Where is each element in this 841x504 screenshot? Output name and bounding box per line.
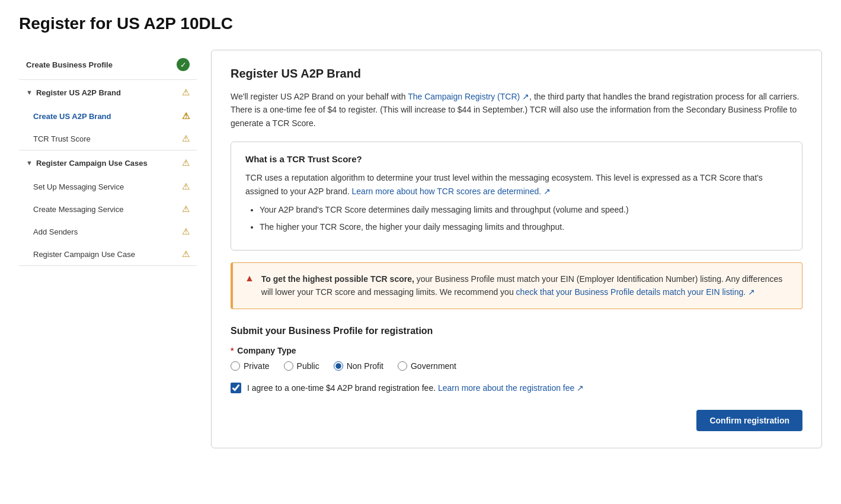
- create-us-a2p-brand-link[interactable]: Create US A2P Brand: [33, 112, 111, 121]
- sidebar-item-create-messaging[interactable]: Create Messaging Service ⚠: [19, 198, 197, 220]
- sidebar: Create Business Profile ✓ ▼ Register US …: [19, 50, 197, 266]
- tcr-box-bullets: Your A2P brand's TCR Score determines da…: [245, 204, 788, 233]
- warn-icon-brand-item-1: ⚠: [182, 133, 190, 144]
- warn-icon-brand: ⚠: [182, 87, 190, 98]
- sidebar-section-brand: ▼ Register US A2P Brand ⚠ Create US A2P …: [19, 80, 197, 150]
- tcr-learn-more-link[interactable]: Learn more about how TCR scores are dete…: [352, 187, 551, 196]
- radio-option-private[interactable]: Private: [231, 361, 270, 371]
- setup-messaging-label: Set Up Messaging Service: [33, 182, 124, 191]
- tcr-bullet-2: The higher your TCR Score, the higher yo…: [260, 221, 788, 233]
- tcr-box-description: TCR uses a reputation algorithm to deter…: [245, 171, 788, 198]
- intro-text: We'll register US A2P Brand on your beha…: [231, 90, 802, 130]
- tcr-link[interactable]: The Campaign Registry (TCR) ↗: [408, 92, 529, 101]
- warn-icon-create-messaging: ⚠: [182, 204, 190, 214]
- ein-link[interactable]: check that your Business Profile details…: [516, 287, 755, 297]
- sidebar-item-register-campaign[interactable]: Register Campaign Use Case ⚠: [19, 243, 197, 265]
- warning-text: To get the highest possible TCR score, y…: [261, 272, 790, 299]
- check-complete-icon: ✓: [177, 58, 190, 71]
- radio-private-label: Private: [244, 361, 270, 371]
- add-senders-label: Add Senders: [33, 227, 78, 236]
- radio-option-public[interactable]: Public: [284, 361, 319, 371]
- sidebar-group-brand-label: Register US A2P Brand: [36, 88, 121, 97]
- sidebar-item-add-senders[interactable]: Add Senders ⚠: [19, 220, 197, 243]
- registration-fee-checkbox[interactable]: [231, 383, 241, 393]
- warn-icon-register-campaign: ⚠: [182, 249, 190, 259]
- warning-bold-text: To get the highest possible TCR score,: [261, 274, 414, 284]
- radio-nonprofit-label: Non Profit: [347, 361, 383, 371]
- radio-government-label: Government: [411, 361, 456, 371]
- main-content-area: Register US A2P Brand We'll register US …: [211, 50, 822, 448]
- sidebar-item-create-us-a2p-brand[interactable]: Create US A2P Brand ⚠: [19, 105, 197, 127]
- register-campaign-label: Register Campaign Use Case: [33, 250, 135, 259]
- required-star: *: [231, 346, 234, 355]
- sidebar-item-create-business-profile[interactable]: Create Business Profile ✓: [19, 50, 197, 79]
- sidebar-section-business-profile: Create Business Profile ✓: [19, 50, 197, 80]
- page-title: Register for US A2P 10DLC: [19, 14, 822, 33]
- tcr-trust-score-label: TCR Trust Score: [33, 134, 91, 143]
- registration-fee-checkbox-row: I agree to a one-time $4 A2P brand regis…: [231, 383, 802, 393]
- sidebar-item-tcr-trust-score[interactable]: TCR Trust Score ⚠: [19, 127, 197, 150]
- chevron-down-icon-campaign: ▼: [26, 159, 33, 166]
- radio-public[interactable]: [284, 361, 293, 371]
- radio-government[interactable]: [398, 361, 407, 371]
- warn-icon-campaign: ⚠: [182, 158, 190, 168]
- registration-fee-link[interactable]: Learn more about the registration fee ↗: [438, 383, 584, 393]
- radio-nonprofit[interactable]: [334, 361, 343, 371]
- tcr-bullet-1: Your A2P brand's TCR Score determines da…: [260, 204, 788, 216]
- sidebar-group-campaign-label: Register Campaign Use Cases: [36, 159, 148, 168]
- tcr-box-title: What is a TCR Trust Score?: [245, 154, 788, 164]
- button-row: Confirm registration: [231, 410, 802, 431]
- warn-icon-brand-item-0: ⚠: [182, 111, 190, 121]
- radio-private[interactable]: [231, 361, 240, 371]
- sidebar-section-campaign: ▼ Register Campaign Use Cases ⚠ Set Up M…: [19, 150, 197, 266]
- company-type-radio-group: Private Public Non Profit Government: [231, 361, 802, 371]
- warning-triangle-icon: ▲: [245, 273, 254, 284]
- warn-icon-add-senders: ⚠: [182, 226, 190, 237]
- company-type-label: * Company Type: [231, 346, 802, 355]
- submit-section-title: Submit your Business Profile for registr…: [231, 326, 802, 336]
- sidebar-item-setup-messaging[interactable]: Set Up Messaging Service ⚠: [19, 175, 197, 198]
- tcr-info-box: What is a TCR Trust Score? TCR uses a re…: [231, 142, 802, 251]
- chevron-down-icon: ▼: [26, 89, 33, 96]
- warn-icon-setup-messaging: ⚠: [182, 181, 190, 192]
- main-section-title: Register US A2P Brand: [231, 67, 802, 81]
- registration-fee-text: I agree to a one-time $4 A2P brand regis…: [247, 383, 584, 393]
- radio-option-government[interactable]: Government: [398, 361, 456, 371]
- sidebar-group-brand[interactable]: ▼ Register US A2P Brand ⚠: [19, 80, 197, 105]
- confirm-registration-button[interactable]: Confirm registration: [696, 410, 802, 431]
- warning-box: ▲ To get the highest possible TCR score,…: [231, 262, 802, 309]
- sidebar-group-campaign[interactable]: ▼ Register Campaign Use Cases ⚠: [19, 150, 197, 175]
- create-messaging-label: Create Messaging Service: [33, 205, 123, 214]
- radio-option-nonprofit[interactable]: Non Profit: [334, 361, 383, 371]
- radio-public-label: Public: [297, 361, 319, 371]
- sidebar-item-label: Create Business Profile: [26, 60, 113, 69]
